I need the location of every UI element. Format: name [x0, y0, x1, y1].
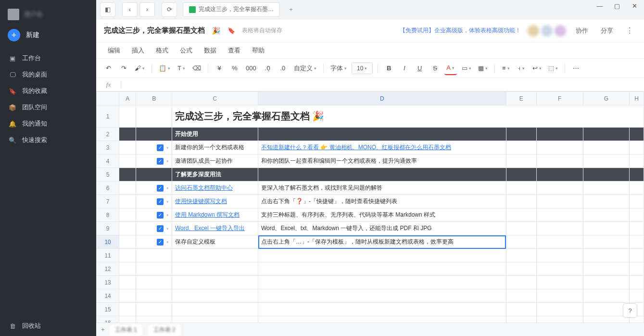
more-button[interactable]: ⋮ [623, 26, 636, 35]
help-fab[interactable]: ? [623, 303, 637, 318]
cell[interactable] [172, 316, 258, 323]
cell[interactable] [119, 141, 136, 155]
cell[interactable] [536, 141, 583, 155]
cell[interactable] [172, 249, 258, 262]
sheet-tab[interactable]: 工作表 2 [147, 323, 182, 336]
col-header-G[interactable]: G [583, 92, 630, 105]
cell[interactable] [506, 262, 536, 276]
font-size-input[interactable]: 10 [352, 63, 373, 74]
cell[interactable] [583, 168, 630, 181]
cell[interactable]: 不知道新建什么？看看 👉 黄油相机、MONO、红板报都在怎么用石墨文档 [258, 141, 506, 155]
cell[interactable] [136, 289, 172, 303]
bold-button[interactable]: B [383, 62, 395, 75]
cell[interactable]: 使用快捷键撰写文档 [172, 195, 258, 208]
cell[interactable] [630, 155, 644, 168]
clear-format-button[interactable]: ⌫ [190, 62, 203, 75]
cell[interactable] [583, 249, 630, 262]
more-tools-button[interactable]: ⋯ [570, 62, 582, 75]
sidebar-item-bell[interactable]: 🔔我的通知 [4, 116, 92, 132]
cell[interactable] [536, 262, 583, 276]
cell[interactable] [506, 195, 536, 208]
row-header[interactable]: 10 [97, 235, 119, 249]
doc-title[interactable]: 完成这三步，完全掌握石墨文档 [104, 26, 205, 35]
cell[interactable]: 新建你的第一个文档或表格 [172, 141, 258, 155]
cell[interactable] [536, 249, 583, 262]
collab-button[interactable]: 协作 [573, 25, 591, 37]
cell[interactable] [172, 303, 258, 316]
row-header[interactable]: 14 [97, 289, 119, 303]
cell-link[interactable]: Word、Excel 一键导入导出 [175, 225, 245, 232]
cell[interactable]: ✓▾ [136, 195, 172, 208]
chevron-down-icon[interactable]: ▾ [166, 186, 169, 191]
row-header[interactable]: 1 [97, 105, 119, 128]
cell[interactable] [536, 195, 583, 208]
cell[interactable] [258, 128, 506, 141]
cell[interactable] [172, 289, 258, 303]
sidebar-item-team[interactable]: 📦团队空间 [4, 99, 92, 116]
minimize-button[interactable]: ― [593, 1, 606, 11]
cell[interactable] [119, 303, 136, 316]
cell[interactable]: ✓▾ [136, 181, 172, 195]
cell[interactable]: Word、Excel 一键导入导出 [172, 222, 258, 235]
cell[interactable] [172, 262, 258, 276]
add-sheet-button[interactable]: + [101, 326, 105, 333]
new-button[interactable]: + [8, 29, 20, 41]
cell[interactable] [258, 303, 506, 316]
wrap-button[interactable]: ↩ [530, 62, 543, 75]
cell[interactable] [119, 222, 136, 235]
cell[interactable] [536, 208, 583, 222]
cell[interactable] [136, 303, 172, 316]
corner-cell[interactable] [97, 92, 119, 105]
cell[interactable] [119, 249, 136, 262]
checkbox-icon[interactable]: ✓ [157, 225, 164, 232]
fill-color-button[interactable]: ▭ [460, 62, 473, 75]
cell[interactable] [258, 316, 506, 323]
fx-input[interactable] [121, 81, 644, 88]
cell[interactable]: 更深入地了解石墨文档，或找到常见问题的解答 [258, 181, 506, 195]
cell-link[interactable]: 访问石墨文档帮助中心 [175, 184, 233, 191]
cell[interactable] [536, 128, 583, 141]
sidebar-trash[interactable]: 🗑 回收站 [0, 316, 96, 336]
text-direction-button[interactable]: T [175, 62, 188, 75]
col-header-A[interactable]: A [119, 92, 136, 105]
collaborator-avatars[interactable] [528, 25, 566, 37]
sidebar-item-desktop[interactable]: 🖵我的桌面 [4, 66, 92, 83]
cell[interactable] [583, 276, 630, 289]
cell[interactable] [583, 222, 630, 235]
row-header[interactable]: 2 [97, 128, 119, 141]
cell[interactable] [136, 105, 172, 128]
cell[interactable]: 访问石墨文档帮助中心 [172, 181, 258, 195]
col-header-H[interactable]: H [630, 92, 644, 105]
cell[interactable] [630, 249, 644, 262]
cell[interactable] [119, 128, 136, 141]
cell[interactable] [136, 168, 172, 181]
close-button[interactable]: ✕ [628, 1, 641, 11]
cell[interactable]: 支持三种标题、有序列表、无序列表、代码块等基本 Markdown 样式 [258, 208, 506, 222]
cell[interactable] [119, 289, 136, 303]
cell[interactable] [630, 128, 644, 141]
cell[interactable] [136, 249, 172, 262]
cell[interactable] [119, 262, 136, 276]
cell-link[interactable]: 使用快捷键撰写文档 [175, 198, 227, 205]
row-header[interactable]: 3 [97, 141, 119, 155]
cell[interactable] [506, 249, 536, 262]
cell[interactable]: 完成这三步，完全掌握石墨文档 🎉 [172, 105, 644, 128]
col-header-B[interactable]: B [136, 92, 172, 105]
menu-编辑[interactable]: 编辑 [108, 46, 120, 55]
menu-插入[interactable]: 插入 [132, 46, 144, 55]
cell[interactable]: ✓▾ [136, 222, 172, 235]
text-color-button[interactable]: A [444, 62, 457, 75]
row-header[interactable]: 11 [97, 249, 119, 262]
tab-current[interactable]: 完成这三步，完全掌握石墨… [183, 2, 280, 17]
sidebar-item-workspace[interactable]: ▣工作台 [4, 50, 92, 66]
cell-link[interactable]: 使用 Markdown 撰写文档 [175, 211, 240, 218]
borders-button[interactable]: ▦ [476, 62, 490, 75]
cell[interactable] [136, 316, 172, 323]
row-header[interactable]: 5 [97, 168, 119, 181]
menu-格式[interactable]: 格式 [156, 46, 168, 55]
cell[interactable]: 了解更多深度用法 [172, 168, 258, 181]
cell[interactable] [630, 222, 644, 235]
decimal-increase-button[interactable]: .0̣ [261, 62, 274, 75]
row-header[interactable]: 9 [97, 222, 119, 235]
share-button[interactable]: 分享 [598, 25, 616, 37]
